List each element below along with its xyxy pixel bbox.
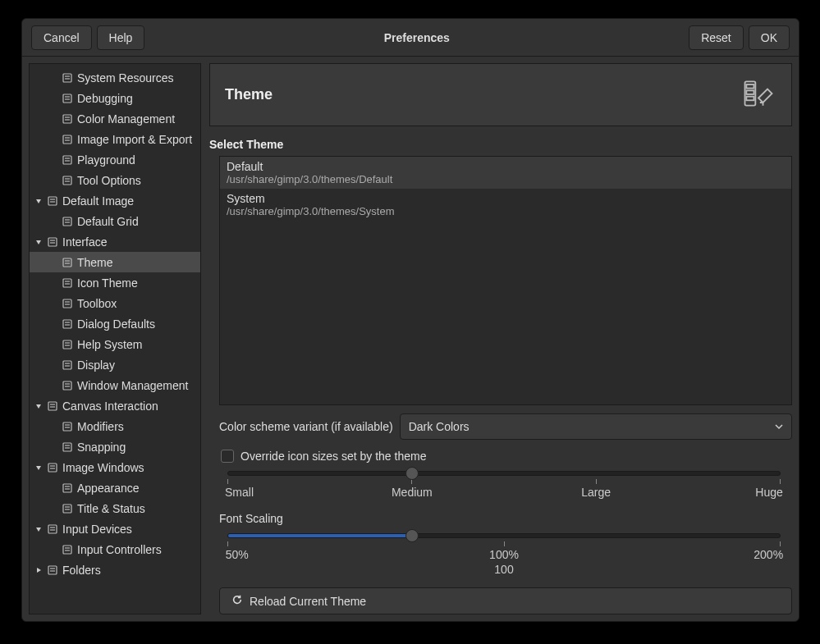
theme-icon (740, 75, 776, 114)
svg-rect-63 (63, 505, 71, 513)
expander-icon[interactable] (33, 462, 44, 473)
tree-item-label: Playground (77, 153, 135, 167)
tree-item-label: Debugging (77, 92, 133, 105)
ok-button[interactable]: OK (749, 25, 790, 50)
tools-icon (61, 174, 74, 187)
tree-item-label: Display (77, 359, 115, 372)
svg-rect-0 (63, 74, 71, 82)
tree-item-toolbox[interactable]: Toolbox (30, 293, 200, 313)
reload-theme-label: Reload Current Theme (250, 595, 366, 608)
expander-icon (48, 421, 59, 432)
stack-icon (46, 235, 59, 249)
tree-item-debugging[interactable]: Debugging (30, 88, 200, 108)
expander-icon (48, 441, 59, 453)
main-header: Theme (209, 63, 792, 126)
svg-rect-12 (63, 156, 71, 164)
tree-item-tool-options[interactable]: Tool Options (30, 170, 200, 190)
slider-tick: Small (227, 479, 228, 499)
tree-item-modifiers[interactable]: Modifiers (30, 416, 200, 436)
tree-item-color-management[interactable]: Color Management (30, 108, 200, 129)
venn-icon (61, 112, 74, 126)
tree-item-default-grid[interactable]: Default Grid (30, 211, 200, 231)
expander-icon[interactable] (33, 195, 44, 207)
tree-item-help-system[interactable]: Help System (30, 334, 200, 354)
slider-tick: Huge (780, 479, 781, 499)
tree-item-label: Image Import & Export (77, 133, 192, 146)
icons-icon (61, 276, 74, 290)
folder-icon (46, 564, 59, 577)
expander-icon (48, 503, 59, 514)
tree-item-snapping[interactable]: Snapping (30, 436, 200, 457)
tree-item-image-import-export[interactable]: Image Import & Export (30, 129, 200, 149)
expander-icon[interactable] (33, 400, 44, 412)
theme-icon (61, 256, 74, 269)
theme-list[interactable]: Default/usr/share/gimp/3.0/themes/Defaul… (219, 156, 792, 405)
expander-icon (48, 277, 59, 289)
tree-item-window-management[interactable]: Window Management (30, 375, 200, 395)
window-icon (46, 461, 59, 474)
reload-icon (231, 594, 243, 608)
tree-item-default-image[interactable]: Default Image (30, 190, 200, 211)
tree-item-dialog-defaults[interactable]: Dialog Defaults (30, 313, 200, 334)
slider-tick: Large (596, 479, 597, 499)
theme-row[interactable]: Default/usr/share/gimp/3.0/themes/Defaul… (220, 157, 791, 189)
expander-icon (48, 134, 59, 145)
theme-row[interactable]: System/usr/share/gimp/3.0/themes/System (220, 189, 791, 221)
tree-item-label: Image Windows (62, 461, 144, 474)
slider-tick: 50% (227, 541, 228, 561)
svg-rect-33 (63, 299, 71, 308)
tree-item-icon-theme[interactable]: Icon Theme (30, 272, 200, 293)
tree-item-folders[interactable]: Folders (30, 560, 200, 580)
expander-icon[interactable] (33, 564, 44, 576)
tree-item-playground[interactable]: Playground (30, 149, 200, 170)
svg-rect-21 (63, 217, 71, 226)
tree-item-label: Snapping (77, 441, 126, 454)
svg-rect-66 (48, 525, 57, 533)
tree-item-appearance[interactable]: Appearance (30, 477, 200, 498)
expander-icon[interactable] (33, 523, 44, 535)
page-title: Theme (225, 86, 273, 103)
tree-item-label: Appearance (77, 482, 140, 495)
expander-icon (48, 93, 59, 104)
tree-item-label: Icon Theme (77, 276, 138, 290)
svg-rect-27 (63, 258, 71, 267)
cancel-button[interactable]: Cancel (31, 25, 92, 50)
expander-icon (48, 339, 59, 350)
svg-rect-39 (63, 340, 71, 349)
expander-icon (48, 216, 59, 227)
reset-button[interactable]: Reset (689, 25, 744, 50)
tree-item-input-devices[interactable]: Input Devices (30, 518, 200, 539)
preferences-tree[interactable]: System ResourcesDebuggingColor Managemen… (29, 63, 201, 614)
tree-item-image-windows[interactable]: Image Windows (30, 457, 200, 477)
tree-item-display[interactable]: Display (30, 354, 200, 375)
help-button[interactable]: Help (97, 25, 145, 50)
color-scheme-select[interactable]: Dark Colors (400, 413, 792, 440)
svg-rect-76 (746, 84, 754, 89)
svg-rect-69 (63, 546, 71, 554)
expander-icon (48, 482, 59, 494)
icon-size-slider[interactable]: SmallMediumLargeHuge (227, 471, 781, 499)
tree-item-canvas-interaction[interactable]: Canvas Interaction (30, 395, 200, 416)
tree-item-title-status[interactable]: Title & Status (30, 498, 200, 518)
override-icon-sizes-label: Override icon sizes set by the theme (241, 450, 426, 463)
tree-item-system-resources[interactable]: System Resources (30, 67, 200, 88)
tree-item-label: Canvas Interaction (62, 400, 158, 413)
tree-item-input-controllers[interactable]: Input Controllers (30, 539, 200, 560)
tree-item-interface[interactable]: Interface (30, 231, 200, 252)
color-scheme-label: Color scheme variant (if available) (219, 420, 393, 433)
tick-label: Medium (392, 486, 433, 499)
override-icon-sizes-checkbox[interactable] (221, 450, 234, 463)
svg-rect-30 (63, 279, 71, 287)
tree-item-label: Tool Options (77, 174, 141, 187)
font-scaling-slider[interactable]: 50%100%200% 100 (227, 533, 781, 576)
expander-icon (48, 175, 59, 186)
svg-rect-54 (63, 443, 71, 451)
svg-rect-6 (63, 115, 71, 123)
expander-icon[interactable] (33, 236, 44, 248)
input-icon (46, 523, 59, 536)
svg-rect-51 (63, 422, 71, 431)
tree-item-theme[interactable]: Theme (30, 252, 200, 272)
tree-item-label: Input Controllers (77, 543, 162, 556)
tree-item-label: Help System (77, 338, 142, 351)
reload-theme-button[interactable]: Reload Current Theme (219, 587, 792, 614)
